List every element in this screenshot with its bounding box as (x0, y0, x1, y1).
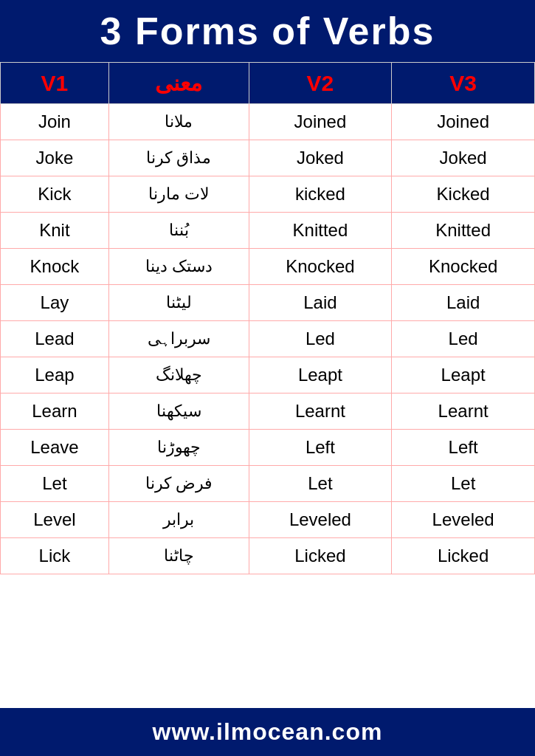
cell-meaning: سربراہی (108, 321, 249, 357)
cell-v1: Lead (1, 321, 109, 357)
cell-v2: Knitted (249, 213, 392, 249)
cell-meaning: چھوڑنا (108, 430, 249, 466)
table-row: Letفرض کرناLetLet (1, 466, 535, 502)
cell-v3: Left (392, 430, 535, 466)
cell-meaning: دستک دینا (108, 249, 249, 285)
table-body: JoinملاناJoinedJoinedJokeمذاق کرناJokedJ… (1, 104, 535, 574)
cell-meaning: لیٹنا (108, 285, 249, 321)
cell-meaning: بُننا (108, 213, 249, 249)
cell-v1: Knit (1, 213, 109, 249)
cell-v1: Kick (1, 176, 109, 213)
table-row: LickچاٹناLickedLicked (1, 538, 535, 574)
header-row: V1 معنی V2 V3 (1, 63, 535, 104)
table-row: LevelبرابرLeveledLeveled (1, 502, 535, 538)
cell-v2: Let (249, 466, 392, 502)
table-header: V1 معنی V2 V3 (1, 63, 535, 104)
col-v1: V1 (1, 63, 109, 104)
table-row: LearnسیکھناLearntLearnt (1, 394, 535, 430)
table-row: KnitبُنناKnittedKnitted (1, 213, 535, 249)
cell-meaning: مذاق کرنا (108, 140, 249, 176)
page-header: 3 Forms of Verbs (0, 0, 535, 62)
cell-v3: Knocked (392, 249, 535, 285)
table-row: Kickلات مارناkickedKicked (1, 176, 535, 213)
table-container: ilmocean www.ilmocean.com V1 معنی V2 V3 … (0, 62, 535, 708)
page-title: 3 Forms of Verbs (7, 9, 528, 53)
cell-v1: Lay (1, 285, 109, 321)
table-row: LeaveچھوڑناLeftLeft (1, 430, 535, 466)
cell-v3: Leveled (392, 502, 535, 538)
cell-meaning: سیکھنا (108, 394, 249, 430)
cell-v3: Joked (392, 140, 535, 176)
cell-v3: Knitted (392, 213, 535, 249)
cell-meaning: لات مارنا (108, 176, 249, 213)
cell-v2: Laid (249, 285, 392, 321)
cell-v1: Join (1, 104, 109, 140)
cell-v3: Licked (392, 538, 535, 574)
footer-url: www.ilmocean.com (7, 718, 528, 746)
cell-v1: Leave (1, 430, 109, 466)
cell-v1: Learn (1, 394, 109, 430)
table-row: LeadسربراہیLedLed (1, 321, 535, 357)
table-row: LayلیٹناLaidLaid (1, 285, 535, 321)
cell-v3: Joined (392, 104, 535, 140)
cell-v3: Led (392, 321, 535, 357)
cell-v2: Licked (249, 538, 392, 574)
cell-v3: Kicked (392, 176, 535, 213)
page-footer: www.ilmocean.com (0, 708, 535, 756)
cell-v2: Leapt (249, 357, 392, 394)
cell-meaning: فرض کرنا (108, 466, 249, 502)
cell-v2: Led (249, 321, 392, 357)
cell-meaning: ملانا (108, 104, 249, 140)
cell-v2: kicked (249, 176, 392, 213)
col-meaning: معنی (108, 63, 249, 104)
cell-meaning: برابر (108, 502, 249, 538)
cell-v2: Joked (249, 140, 392, 176)
cell-v2: Knocked (249, 249, 392, 285)
cell-v2: Joined (249, 104, 392, 140)
cell-meaning: چاٹنا (108, 538, 249, 574)
col-v3: V3 (392, 63, 535, 104)
col-v2: V2 (249, 63, 392, 104)
cell-v2: Learnt (249, 394, 392, 430)
verbs-table: V1 معنی V2 V3 JoinملاناJoinedJoinedJokeم… (0, 62, 535, 574)
cell-v1: Knock (1, 249, 109, 285)
cell-v1: Leap (1, 357, 109, 394)
table-row: JoinملاناJoinedJoined (1, 104, 535, 140)
cell-v3: Let (392, 466, 535, 502)
table-row: Knockدستک دیناKnockedKnocked (1, 249, 535, 285)
cell-v1: Let (1, 466, 109, 502)
table-row: LeapچھلانگLeaptLeapt (1, 357, 535, 394)
cell-v2: Leveled (249, 502, 392, 538)
cell-v2: Left (249, 430, 392, 466)
cell-v1: Level (1, 502, 109, 538)
cell-v3: Leapt (392, 357, 535, 394)
table-row: Jokeمذاق کرناJokedJoked (1, 140, 535, 176)
cell-v3: Learnt (392, 394, 535, 430)
cell-v3: Laid (392, 285, 535, 321)
cell-v1: Joke (1, 140, 109, 176)
cell-v1: Lick (1, 538, 109, 574)
cell-meaning: چھلانگ (108, 357, 249, 394)
